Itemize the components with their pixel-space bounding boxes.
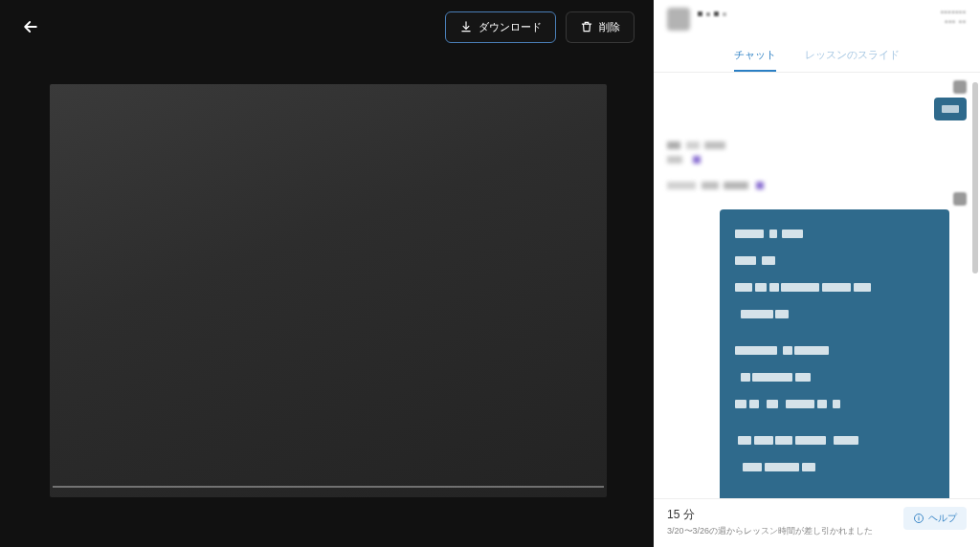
download-icon xyxy=(459,20,473,33)
lesson-duration: 15 分 xyxy=(667,507,896,523)
tab-chat[interactable]: チャット xyxy=(734,40,776,72)
user-avatar-icon xyxy=(953,80,967,94)
marker-icon xyxy=(693,156,701,164)
trash-icon xyxy=(580,20,593,33)
back-arrow-icon[interactable] xyxy=(19,15,42,38)
help-label: ヘルプ xyxy=(928,512,957,525)
chat-bubble xyxy=(667,180,764,190)
download-label: ダウンロード xyxy=(479,20,542,34)
delete-button[interactable]: 削除 xyxy=(566,11,635,43)
video-topbar: ダウンロード 削除 xyxy=(0,0,654,54)
panel-footer: 15 分 3/20〜3/26の週からレッスン時間が差し引かれました ヘルプ xyxy=(654,498,980,547)
marker-icon xyxy=(756,182,764,189)
scrollbar-thumb[interactable] xyxy=(972,82,978,274)
user-avatar-icon xyxy=(953,192,967,206)
panel-header: ▪▪▪▪▪▪▪ ▪▪▪ ▪▪ xyxy=(654,0,980,34)
chat-bubble xyxy=(667,140,725,164)
side-panel: ▪▪▪▪▪▪▪ ▪▪▪ ▪▪ チャット レッスンのスライド xyxy=(654,0,980,547)
header-meta: ▪▪▪▪▪▪▪ ▪▪▪ ▪▪ xyxy=(941,8,967,28)
header-title xyxy=(698,8,726,16)
tab-bar: チャット レッスンのスライド xyxy=(654,34,980,73)
chat-bubble xyxy=(934,98,967,120)
avatar xyxy=(667,8,690,31)
video-player[interactable] xyxy=(50,84,607,497)
download-button[interactable]: ダウンロード xyxy=(445,11,556,43)
chat-area[interactable] xyxy=(654,73,980,498)
info-icon xyxy=(913,513,924,524)
chat-bubble-long xyxy=(720,209,949,498)
tab-slides[interactable]: レッスンのスライド xyxy=(805,40,900,72)
video-panel: ダウンロード 削除 xyxy=(0,0,654,547)
help-button[interactable]: ヘルプ xyxy=(903,507,967,530)
deduction-note: 3/20〜3/26の週からレッスン時間が差し引かれました xyxy=(667,525,896,537)
video-progress-bar[interactable] xyxy=(53,486,604,488)
delete-label: 削除 xyxy=(599,20,620,34)
